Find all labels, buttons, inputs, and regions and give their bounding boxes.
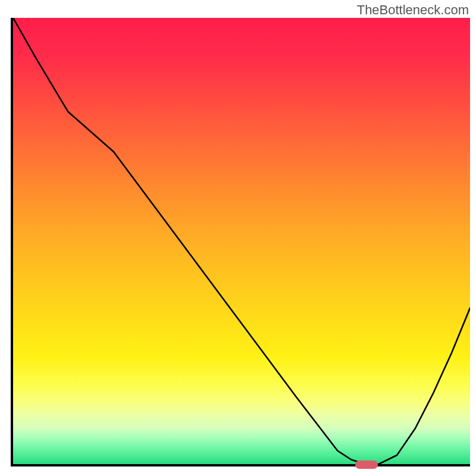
chart-curve — [13, 18, 470, 464]
chart-plot-area — [11, 18, 470, 466]
chart-marker — [355, 461, 378, 469]
watermark-text: TheBottleneck.com — [357, 2, 469, 18]
